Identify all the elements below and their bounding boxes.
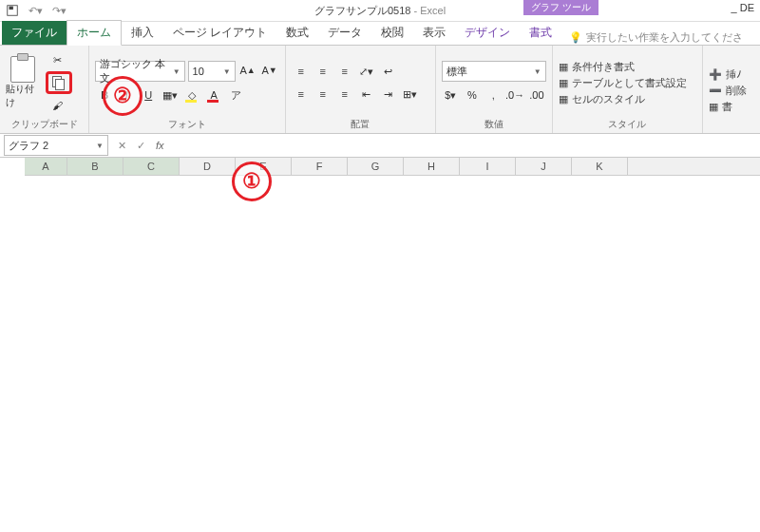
paste-button[interactable]: 貼り付け	[6, 56, 40, 109]
group-clipboard: 貼り付け ✂ 🖌 クリップボード	[0, 46, 89, 133]
align-center-icon[interactable]: ≡	[314, 85, 332, 104]
tell-me[interactable]: 💡実行したい作業を入力してくださ	[569, 30, 743, 45]
underline-button[interactable]: U	[139, 86, 158, 104]
col-header-B[interactable]: B	[67, 158, 124, 175]
tab-formula[interactable]: 数式	[276, 21, 318, 45]
bold-button[interactable]: B	[95, 86, 114, 104]
tab-page-layout[interactable]: ページ レイアウト	[163, 21, 276, 45]
format-icon: ▦	[709, 101, 718, 113]
number-format-value: 標準	[446, 65, 467, 79]
currency-icon[interactable]: $▾	[442, 86, 461, 104]
tab-data[interactable]: データ	[318, 21, 371, 45]
col-header-A[interactable]: A	[25, 158, 67, 175]
comma-icon[interactable]: ,	[484, 86, 504, 104]
col-header-J[interactable]: J	[516, 158, 572, 175]
font-family-select[interactable]: 游ゴシック 本文▼	[95, 61, 184, 82]
bulb-icon: 💡	[569, 31, 582, 44]
indent-decrease-icon[interactable]: ⇤	[357, 85, 376, 104]
tab-review[interactable]: 校閲	[371, 21, 413, 45]
font-size-select[interactable]: 10▼	[188, 61, 236, 82]
name-box[interactable]: グラフ 2▼	[4, 135, 108, 156]
ribbon: 貼り付け ✂ 🖌 クリップボード 游ゴシック 本文▼ 10▼ A▲ A▼ B I…	[0, 46, 760, 134]
decrease-font-icon[interactable]: A▼	[260, 61, 279, 80]
column-headers[interactable]: ABCDEFGHIJK	[25, 158, 760, 176]
col-header-H[interactable]: H	[404, 158, 460, 175]
phonetic-button[interactable]: ア	[226, 86, 245, 104]
app-name: Excel	[420, 5, 446, 16]
col-header-D[interactable]: D	[180, 158, 236, 175]
cond-format-icon: ▦	[559, 61, 568, 73]
cancel-formula-icon[interactable]: ✕	[112, 136, 131, 155]
quick-access-toolbar: ↶▾ ↷▾ グラフサンプル0518 - Excel グラフ ツール _ DE	[0, 0, 760, 22]
cell-styles-button[interactable]: ▦セルのスタイル	[559, 92, 687, 106]
decrease-decimal-icon[interactable]: .00	[527, 86, 546, 104]
delete-cells-button[interactable]: ➖削除	[709, 84, 747, 98]
tab-file[interactable]: ファイル	[2, 21, 66, 45]
group-label-number: 数値	[442, 116, 546, 131]
orientation-icon[interactable]: ⤢▾	[357, 62, 376, 81]
group-alignment: ≡ ≡ ≡ ⤢▾ ↩ ≡ ≡ ≡ ⇤ ⇥ ⊞▾ 配置	[286, 46, 436, 133]
enter-formula-icon[interactable]: ✓	[131, 136, 150, 155]
merge-button[interactable]: ⊞▾	[401, 85, 420, 104]
wrap-text-button[interactable]: ↩	[379, 62, 398, 81]
align-left-icon[interactable]: ≡	[292, 85, 311, 104]
align-middle-icon[interactable]: ≡	[314, 62, 332, 81]
font-color-button[interactable]: A	[204, 86, 223, 104]
col-header-I[interactable]: I	[460, 158, 516, 175]
col-header-E[interactable]: E	[236, 158, 292, 175]
formula-bar-row: グラフ 2▼ ✕ ✓ fx	[0, 134, 760, 158]
tab-chart-design[interactable]: デザイン	[455, 21, 520, 45]
insert-icon: ➕	[709, 68, 722, 81]
tab-home[interactable]: ホーム	[66, 20, 122, 46]
font-family-value: 游ゴシック 本文	[100, 57, 172, 86]
col-header-K[interactable]: K	[572, 158, 628, 175]
cell-style-label: セルのスタイル	[572, 92, 645, 106]
table-format-label: テーブルとして書式設定	[572, 76, 687, 90]
tab-chart-format[interactable]: 書式	[520, 21, 561, 45]
format-painter-button[interactable]: 🖌	[46, 96, 68, 115]
redo-icon[interactable]: ↷▾	[52, 5, 66, 17]
format-cells-button[interactable]: ▦書	[709, 100, 747, 114]
cut-button[interactable]: ✂	[46, 50, 68, 69]
copy-button[interactable]	[46, 71, 72, 94]
window-suffix: _ DE	[732, 2, 754, 13]
delete-icon: ➖	[709, 85, 722, 97]
percent-icon[interactable]: %	[463, 86, 482, 104]
col-header-F[interactable]: F	[292, 158, 348, 175]
paste-label: 貼り付け	[6, 83, 40, 109]
fx-icon[interactable]: fx	[156, 140, 164, 151]
group-label-font: フォント	[95, 116, 278, 131]
copy-icon	[52, 76, 66, 89]
group-styles: ▦条件付き書式 ▦テーブルとして書式設定 ▦セルのスタイル スタイル	[553, 46, 703, 133]
worksheet[interactable]: ABCDEFGHIJK 123456789101112131415161718●…	[0, 158, 760, 176]
ribbon-tabs: ファイル ホーム 挿入 ページ レイアウト 数式 データ 校閲 表示 デザイン …	[0, 22, 760, 46]
font-size-value: 10	[193, 66, 204, 77]
paste-icon	[10, 56, 35, 83]
tell-me-text: 実行したい作業を入力してくださ	[586, 30, 743, 45]
group-number: 標準▼ $▾ % , .0→ .00 数値	[436, 46, 553, 133]
align-top-icon[interactable]: ≡	[292, 62, 311, 81]
format-as-table-button[interactable]: ▦テーブルとして書式設定	[559, 76, 687, 90]
increase-decimal-icon[interactable]: .0→	[505, 86, 524, 104]
undo-icon[interactable]: ↶▾	[28, 5, 43, 17]
group-label-style: スタイル	[559, 116, 696, 131]
indent-increase-icon[interactable]: ⇥	[379, 85, 398, 104]
tab-view[interactable]: 表示	[413, 21, 455, 45]
insert-cells-button[interactable]: ➕挿ﾉ	[709, 67, 747, 82]
fill-color-button[interactable]: ◇	[182, 86, 201, 104]
tab-insert[interactable]: 挿入	[122, 21, 163, 45]
name-box-value: グラフ 2	[9, 139, 48, 153]
align-bottom-icon[interactable]: ≡	[335, 62, 354, 81]
italic-button[interactable]: I	[117, 86, 136, 104]
number-format-select[interactable]: 標準▼	[442, 61, 546, 82]
contextual-tab-label: グラフ ツール	[523, 0, 598, 15]
border-button[interactable]: ▦▾	[161, 86, 180, 104]
align-right-icon[interactable]: ≡	[335, 85, 354, 104]
conditional-format-button[interactable]: ▦条件付き書式	[559, 60, 687, 74]
save-icon[interactable]	[6, 4, 19, 17]
col-header-G[interactable]: G	[348, 158, 404, 175]
col-header-C[interactable]: C	[124, 158, 180, 175]
cell-style-icon: ▦	[559, 93, 568, 105]
svg-rect-1	[10, 7, 13, 10]
increase-font-icon[interactable]: A▲	[238, 61, 257, 80]
